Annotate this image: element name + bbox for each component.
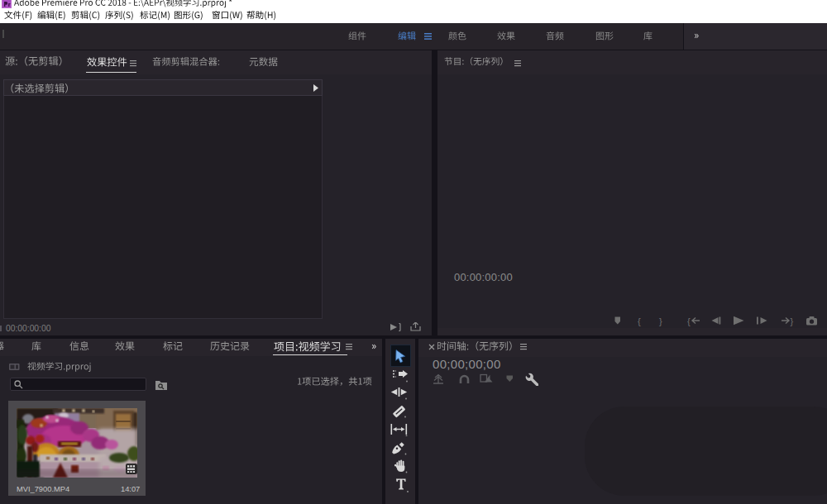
svg-text:}: } <box>791 316 794 326</box>
svg-text:{: { <box>687 316 691 326</box>
svg-text:{: { <box>638 316 641 326</box>
svg-text:}: } <box>659 316 662 326</box>
